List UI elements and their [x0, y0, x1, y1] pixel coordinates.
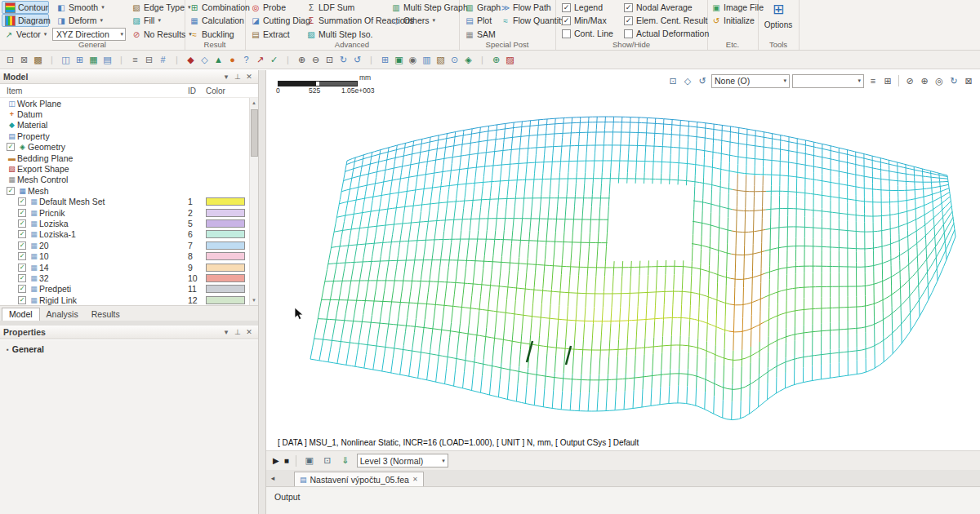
checkbox-icon[interactable]: ✓ [562, 16, 571, 25]
close-icon[interactable]: ✕ [243, 73, 255, 81]
multi-step-iso-button[interactable]: ▧ Multi Step Iso. [304, 28, 376, 41]
toolbar-icon[interactable]: ⊕ [295, 53, 309, 67]
multi-step-graph-button[interactable]: ▥ Multi Step Graph [389, 1, 470, 14]
mesh-set-color-swatch[interactable] [206, 285, 245, 293]
initialize-button[interactable]: ↺ Initialize [709, 14, 757, 27]
tree-item-mesh-set[interactable]: ✓ ▦ Default Mesh Set 1 [0, 197, 249, 207]
toolbar-icon[interactable]: ◇ [198, 53, 212, 67]
tree-item-bedding-plane[interactable]: ▬ Bedding Plane [0, 153, 249, 163]
mesh-set-color-swatch[interactable] [206, 296, 245, 304]
play-icon[interactable]: ▶ [273, 456, 279, 465]
level-dropdown[interactable]: Level 3 (Normal) ▾ [357, 454, 448, 467]
toolbar-icon[interactable]: ≡ [128, 53, 142, 67]
flow-path-button[interactable]: ≫ Flow Path [498, 1, 554, 14]
toolbar-icon[interactable]: # [156, 53, 170, 67]
toolbar-icon[interactable]: ⊕ [489, 53, 503, 67]
viewport-icon[interactable]: ⊞ [881, 74, 894, 87]
toolbar-icon[interactable]: | [475, 53, 489, 67]
snapshot-icon[interactable]: ▣ [303, 454, 316, 467]
tree-item-mesh-set[interactable]: ✓ ▦ Predpeti 11 [0, 284, 249, 295]
probe-button[interactable]: ◎ Probe [248, 1, 288, 14]
properties-item-general[interactable]: General [12, 344, 44, 354]
mesh-canvas[interactable] [266, 91, 980, 432]
tree-item-material[interactable]: ◆ Material [0, 120, 249, 131]
toolbar-icon[interactable]: ⊙ [448, 53, 461, 67]
extract-button[interactable]: ▤ Extract [248, 28, 292, 41]
close-icon[interactable]: ✕ [243, 328, 255, 336]
viewport-icon[interactable]: ↻ [947, 74, 960, 87]
toolbar-icon[interactable]: ? [239, 53, 253, 67]
sam-button[interactable]: ▦ SAM [462, 28, 498, 41]
checkbox-icon[interactable]: ✓ [18, 241, 26, 250]
xyz-direction-combobox[interactable]: XYZ Direction ▾ [52, 28, 126, 41]
show-hide-checkbox-row[interactable]: Actual Deformation [624, 27, 709, 40]
viewport-icon[interactable]: ◎ [933, 74, 946, 87]
checkbox-icon[interactable]: ✓ [18, 264, 26, 272]
scroll-down-icon[interactable]: ▼ [250, 295, 258, 305]
toolbar-icon[interactable]: ▥ [420, 53, 434, 67]
toolbar-icon[interactable]: ▧ [434, 53, 448, 67]
toolbar-icon[interactable]: ▣ [392, 53, 406, 67]
select-mode-dropdown[interactable]: None (O) ▾ [711, 74, 790, 88]
tree-item-work-plane[interactable]: ◫ Work Plane [0, 98, 249, 109]
toolbar-icon[interactable]: ▤ [100, 53, 114, 67]
checkbox-icon[interactable]: ✓ [18, 285, 26, 293]
mesh-set-color-swatch[interactable] [206, 241, 245, 250]
show-hide-checkbox-row[interactable]: ✓ Elem. Cent. Result [624, 14, 709, 27]
checkbox-icon[interactable]: ✓ [7, 187, 15, 195]
filter-dropdown[interactable]: ▾ [792, 74, 864, 88]
close-icon[interactable]: ✕ [412, 476, 418, 483]
toolbar-icon[interactable]: ◈ [461, 53, 475, 67]
mesh-set-color-swatch[interactable] [206, 252, 245, 260]
checkbox-icon[interactable]: ✓ [18, 209, 26, 217]
checkbox-icon[interactable]: ✓ [624, 3, 633, 12]
checkbox-icon[interactable]: ✓ [7, 143, 15, 151]
checkbox-icon[interactable]: ✓ [18, 296, 26, 304]
toolbar-icon[interactable]: ↺ [350, 53, 364, 67]
others-dropdown[interactable]: ◇ Others ▾ [389, 14, 438, 27]
checkbox-icon[interactable]: ✓ [18, 274, 26, 282]
tree-item-mesh-set[interactable]: ✓ ▦ 14 9 [0, 262, 249, 273]
toolbar-icon[interactable]: ▲ [212, 53, 225, 67]
tree-item-geometry[interactable]: ✓ ◈ Geometry [0, 142, 249, 153]
toolbar-icon[interactable]: ⊖ [309, 53, 323, 67]
save-animation-icon[interactable]: ⇓ [339, 454, 352, 467]
mesh-set-color-swatch[interactable] [206, 209, 245, 217]
tree-item-export-shape[interactable]: ▧ Export Shape [0, 163, 249, 174]
checkbox-icon[interactable]: ✓ [18, 230, 26, 238]
tab-model[interactable]: Model [2, 308, 40, 321]
viewport-icon[interactable]: ⊕ [918, 74, 931, 87]
toolbar-icon[interactable]: | [364, 53, 378, 67]
options-label[interactable]: Options [758, 20, 799, 29]
mesh-set-color-swatch[interactable] [206, 230, 245, 238]
checkbox-icon[interactable]: ✓ [562, 3, 571, 12]
show-hide-checkbox-row[interactable]: ✓ Nodal Average [624, 1, 709, 14]
smooth-dropdown[interactable]: ◧ Smooth ▾ [54, 1, 107, 14]
viewport-icon[interactable]: ⊡ [666, 74, 679, 87]
scroll-up-icon[interactable]: ▲ [250, 98, 258, 108]
tree-item-mesh-set[interactable]: ✓ ▦ Loziska-1 6 [0, 229, 249, 240]
checkbox-icon[interactable]: ✓ [18, 197, 26, 206]
options-icon[interactable]: ⊞ [770, 2, 786, 18]
checkbox-icon[interactable]: ✓ [18, 252, 26, 260]
toolbar-icon[interactable]: ◫ [59, 53, 73, 67]
toolbar-icon[interactable]: ▨ [503, 53, 517, 67]
toolbar-icon[interactable]: | [281, 53, 295, 67]
checkbox-icon[interactable] [562, 29, 571, 38]
mesh-set-color-swatch[interactable] [206, 274, 245, 282]
mesh-set-color-swatch[interactable] [206, 219, 245, 228]
panel-splitter[interactable] [258, 70, 266, 514]
mesh-set-color-swatch[interactable] [206, 197, 245, 206]
toolbar-icon[interactable]: ▩ [31, 53, 45, 67]
fill-dropdown[interactable]: ▨ Fill ▾ [129, 14, 163, 27]
show-hide-checkbox-row[interactable]: Cont. Line [562, 27, 613, 40]
tree-item-property[interactable]: ▤ Property [0, 131, 249, 141]
toolbar-icon[interactable]: ● [225, 53, 239, 67]
diagram-button[interactable]: Diagram [2, 14, 49, 27]
deform-dropdown[interactable]: ◨ Deform ▾ [54, 14, 105, 27]
checkbox-icon[interactable]: ✓ [624, 16, 633, 25]
tree-item-mesh[interactable]: ✓ ▦ Mesh [0, 185, 249, 196]
tree-item-datum[interactable]: + Datum [0, 109, 249, 119]
toolbar-icon[interactable]: ⊠ [17, 53, 31, 67]
tree-item-mesh-set[interactable]: ✓ ▦ 32 10 [0, 273, 249, 283]
